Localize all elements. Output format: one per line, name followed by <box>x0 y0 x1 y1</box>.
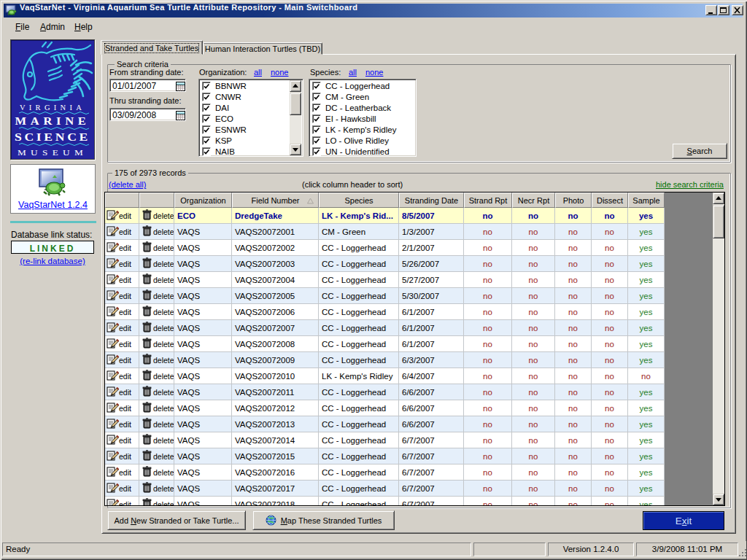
svg-text:VIRGINIA: VIRGINIA <box>20 104 85 112</box>
svg-text:MARINE: MARINE <box>15 115 90 127</box>
svg-text:SCIENCE: SCIENCE <box>15 131 90 143</box>
svg-text:MUSEUM: MUSEUM <box>18 149 88 157</box>
